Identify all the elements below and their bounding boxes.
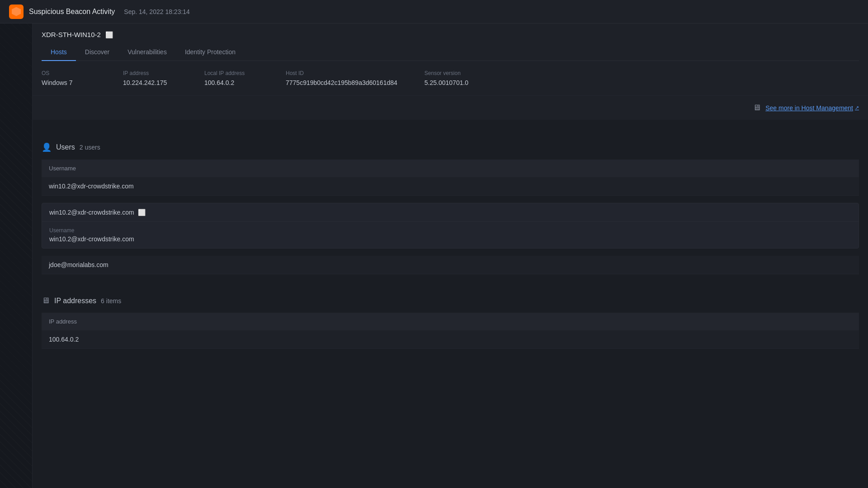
info-ip: IP address 10.224.242.175 bbox=[123, 70, 177, 86]
users-title: Users bbox=[56, 143, 75, 151]
ip-table-header: IP address bbox=[42, 313, 859, 330]
table-row[interactable]: jdoe@morialabs.com bbox=[42, 256, 859, 274]
ip-table: IP address 100.64.0.2 bbox=[42, 313, 859, 349]
table-row[interactable]: 100.64.0.2 bbox=[42, 330, 859, 349]
top-bar: Suspicious Beacon Activity Sep. 14, 2022… bbox=[0, 0, 868, 23]
app-timestamp: Sep. 14, 2022 18:23:14 bbox=[124, 8, 190, 15]
host-id-label: Host ID bbox=[286, 70, 397, 76]
host-header: XDR-STH-WIN10-2 ⬜ Hosts Discover Vulnera… bbox=[33, 23, 868, 61]
users-table-2: jdoe@morialabs.com bbox=[42, 256, 859, 274]
sidebar-pattern bbox=[0, 23, 32, 488]
expanded-row-header: win10.2@xdr-crowdstrike.com ⬜ bbox=[42, 203, 859, 222]
expanded-username-label: Username bbox=[49, 227, 851, 234]
ip-cell: 100.64.0.2 bbox=[42, 330, 859, 349]
sidebar bbox=[0, 23, 33, 488]
users-table-header: Username bbox=[42, 160, 859, 177]
expanded-user-container: win10.2@xdr-crowdstrike.com ⬜ Username w… bbox=[42, 196, 859, 256]
host-name-row: XDR-STH-WIN10-2 ⬜ bbox=[42, 31, 859, 38]
username-value: win10.2@xdr-crowdstrike.com bbox=[49, 183, 134, 190]
users-section: 👤 Users 2 users Username win1 bbox=[33, 131, 868, 274]
info-host-id: Host ID 7775c919b0cd42c195b89a3d60161d84 bbox=[286, 70, 397, 86]
expanded-username-value: win10.2@xdr-crowdstrike.com bbox=[49, 235, 851, 243]
users-table-wrapper: Username win10.2@xdr-crowdstrike.com bbox=[42, 160, 859, 196]
tab-identity-protection[interactable]: Identity Protection bbox=[176, 44, 245, 61]
username-cell: jdoe@morialabs.com bbox=[42, 256, 859, 274]
ip-label: IP address bbox=[123, 70, 177, 76]
logo-icon bbox=[12, 7, 21, 16]
ip-value: 100.64.0.2 bbox=[49, 336, 79, 343]
ip-title: IP addresses bbox=[54, 297, 96, 305]
ip-icon: 🖥 bbox=[42, 296, 50, 305]
users-table-body-2: jdoe@morialabs.com bbox=[42, 256, 859, 274]
tab-vulnerabilities[interactable]: Vulnerabilities bbox=[118, 44, 176, 61]
users-table: Username win10.2@xdr-crowdstrike.com bbox=[42, 160, 859, 196]
expanded-user-row: win10.2@xdr-crowdstrike.com ⬜ Username w… bbox=[42, 203, 859, 249]
see-more-link[interactable]: See more in Host Management ↗ bbox=[765, 104, 859, 112]
host-name: XDR-STH-WIN10-2 bbox=[42, 31, 101, 38]
ip-section: 🖥 IP addresses 6 items IP address 100.64… bbox=[33, 285, 868, 349]
copy-host-name-button[interactable]: ⬜ bbox=[105, 31, 113, 38]
expanded-username: win10.2@xdr-crowdstrike.com bbox=[49, 209, 134, 216]
ip-table-body: 100.64.0.2 bbox=[42, 330, 859, 349]
page-layout: XDR-STH-WIN10-2 ⬜ Hosts Discover Vulnera… bbox=[0, 23, 868, 488]
tab-hosts[interactable]: Hosts bbox=[42, 44, 76, 61]
divider-1 bbox=[33, 121, 868, 131]
ip-value: 10.224.242.175 bbox=[123, 79, 177, 86]
ip-column-header: IP address bbox=[42, 313, 859, 330]
table-row[interactable]: win10.2@xdr-crowdstrike.com bbox=[42, 177, 859, 196]
app-title: Suspicious Beacon Activity bbox=[29, 8, 115, 16]
os-value: Windows 7 bbox=[42, 79, 96, 86]
os-label: OS bbox=[42, 70, 96, 76]
username-value-2: jdoe@morialabs.com bbox=[49, 261, 108, 268]
username-cell: win10.2@xdr-crowdstrike.com bbox=[42, 177, 859, 196]
ip-table-wrapper: IP address 100.64.0.2 bbox=[42, 313, 859, 349]
expanded-row-body: Username win10.2@xdr-crowdstrike.com bbox=[42, 222, 859, 248]
local-ip-value: 100.64.0.2 bbox=[204, 79, 259, 86]
info-os: OS Windows 7 bbox=[42, 70, 96, 86]
copy-username-button[interactable]: ⬜ bbox=[138, 209, 146, 216]
app-logo bbox=[9, 5, 24, 19]
monitor-icon: 🖥 bbox=[753, 103, 761, 113]
host-info-section: OS Windows 7 IP address 10.224.242.175 L… bbox=[33, 61, 868, 95]
see-more-row: 🖥 See more in Host Management ↗ bbox=[33, 95, 868, 120]
sensor-version-value: 5.25.0010701.0 bbox=[425, 79, 479, 86]
host-id-value: 7775c919b0cd42c195b89a3d60161d84 bbox=[286, 79, 397, 86]
username-column-header: Username bbox=[42, 160, 859, 177]
ip-count: 6 items bbox=[101, 297, 121, 305]
ip-section-header: 🖥 IP addresses 6 items bbox=[42, 296, 859, 305]
sensor-version-label: Sensor version bbox=[425, 70, 479, 76]
users-icon: 👤 bbox=[42, 142, 52, 152]
users-section-header: 👤 Users 2 users bbox=[42, 142, 859, 152]
info-sensor-version: Sensor version 5.25.0010701.0 bbox=[425, 70, 479, 86]
info-local-ip: Local IP address 100.64.0.2 bbox=[204, 70, 259, 86]
tab-discover[interactable]: Discover bbox=[76, 44, 118, 61]
users-table-body: win10.2@xdr-crowdstrike.com bbox=[42, 177, 859, 196]
external-link-icon: ↗ bbox=[855, 105, 859, 111]
host-tabs: Hosts Discover Vulnerabilities Identity … bbox=[42, 44, 859, 61]
users-count: 2 users bbox=[80, 144, 100, 151]
local-ip-label: Local IP address bbox=[204, 70, 259, 76]
users-table-wrapper-2: jdoe@morialabs.com bbox=[42, 256, 859, 274]
see-more-text: See more in Host Management bbox=[765, 104, 853, 112]
main-content: XDR-STH-WIN10-2 ⬜ Hosts Discover Vulnera… bbox=[33, 23, 868, 488]
divider-2 bbox=[33, 274, 868, 285]
